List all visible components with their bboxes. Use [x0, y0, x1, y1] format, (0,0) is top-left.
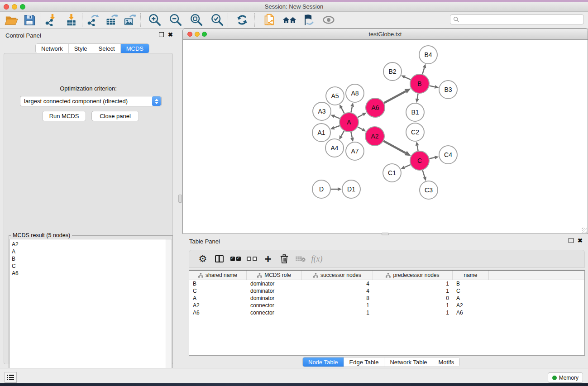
- graph-node[interactable]: C: [410, 151, 429, 170]
- graph-edge[interactable]: [330, 114, 339, 118]
- tab-mcds[interactable]: MCDS: [121, 44, 149, 53]
- go-home-icon[interactable]: [282, 13, 297, 27]
- search-field[interactable]: [450, 14, 584, 24]
- zoom-out-icon[interactable]: [168, 13, 183, 27]
- criterion-dropdown[interactable]: largest connected component (directed): [20, 96, 162, 106]
- graph-node[interactable]: A8: [346, 84, 364, 102]
- delete-row-trash-icon[interactable]: [276, 251, 292, 267]
- table-row[interactable]: A6connector11A6: [189, 309, 584, 316]
- graph-node[interactable]: C3: [420, 181, 438, 199]
- mcds-result-scrollbar[interactable]: [166, 239, 172, 385]
- table-row[interactable]: A2connector11A2: [189, 302, 584, 309]
- table-row[interactable]: Bdominator41B: [189, 280, 584, 287]
- graph-edge[interactable]: [339, 105, 344, 114]
- tab-select[interactable]: Select: [93, 44, 121, 53]
- graph-node[interactable]: C2: [406, 123, 424, 141]
- task-history-button[interactable]: [5, 372, 17, 383]
- list-item[interactable]: A2: [12, 241, 164, 248]
- export-image-icon[interactable]: [122, 13, 138, 27]
- close-panel-icon[interactable]: ✖: [168, 32, 173, 37]
- graph-node[interactable]: D1: [342, 180, 360, 198]
- graph-edge[interactable]: [331, 187, 342, 191]
- select-all-icon[interactable]: [227, 251, 244, 267]
- graph-edge[interactable]: [430, 85, 439, 89]
- column-header-shared-name[interactable]: shared name: [189, 271, 247, 280]
- tab-motifs[interactable]: Motifs: [433, 357, 460, 367]
- column-header-successor-nodes[interactable]: successor nodes: [302, 271, 373, 280]
- graph-node[interactable]: B: [410, 74, 429, 93]
- table-row[interactable]: Adominator80A: [189, 295, 584, 302]
- graph-edge[interactable]: [383, 141, 411, 156]
- tab-network-table[interactable]: Network Table: [384, 357, 433, 367]
- resize-grip-icon[interactable]: [582, 228, 587, 233]
- export-network-icon[interactable]: [85, 13, 100, 27]
- import-network-icon[interactable]: [43, 13, 58, 27]
- show-column-icon[interactable]: [211, 251, 227, 267]
- graph-node[interactable]: B1: [406, 103, 424, 121]
- export-table-icon[interactable]: [104, 13, 120, 27]
- graph-edge[interactable]: [384, 88, 411, 103]
- graph-node[interactable]: A1: [312, 124, 330, 142]
- list-item[interactable]: C: [12, 262, 164, 270]
- open-folder-icon[interactable]: [4, 13, 19, 27]
- float-panel-icon[interactable]: [159, 32, 164, 37]
- graph-edge[interactable]: [422, 170, 426, 181]
- graph-node[interactable]: D: [312, 180, 330, 198]
- graph-edge[interactable]: [339, 131, 344, 140]
- network-canvas[interactable]: B4B2BB3B1A5A8A6A3AA1A2C2A4A7C4CC1C3DD1: [183, 40, 588, 234]
- zoom-fit-icon[interactable]: [189, 13, 204, 27]
- tab-node-table[interactable]: Node Table: [303, 357, 344, 367]
- add-row-icon[interactable]: +: [260, 251, 276, 267]
- mcds-result-list[interactable]: A2ABCA6: [10, 239, 172, 385]
- list-item[interactable]: B: [12, 255, 164, 262]
- graph-edge[interactable]: [401, 165, 411, 169]
- graph-edge[interactable]: [416, 94, 419, 103]
- close-panel-button[interactable]: Close panel: [91, 111, 139, 121]
- graph-node[interactable]: C1: [383, 164, 401, 182]
- float-table-panel-icon[interactable]: [569, 238, 574, 243]
- list-item[interactable]: A6: [12, 270, 164, 277]
- graph-node[interactable]: A: [339, 113, 359, 132]
- column-header-name[interactable]: name: [453, 271, 489, 280]
- tab-edge-table[interactable]: Edge Table: [344, 357, 385, 367]
- vertical-splitter-grip[interactable]: [178, 195, 182, 203]
- share-document-icon[interactable]: [262, 13, 277, 27]
- column-header-MCDS-role[interactable]: MCDS role: [247, 271, 302, 280]
- table-options-gear-icon[interactable]: ⚙: [195, 251, 211, 267]
- graph-edge[interactable]: [350, 103, 354, 113]
- graph-edge[interactable]: [430, 156, 439, 159]
- memory-button[interactable]: Memory: [548, 372, 583, 383]
- save-session-icon[interactable]: [22, 13, 37, 27]
- graph-node[interactable]: A7: [346, 142, 364, 160]
- graph-node[interactable]: A3: [313, 102, 331, 120]
- import-table-icon[interactable]: [64, 13, 79, 27]
- zoom-selected-icon[interactable]: [210, 13, 225, 27]
- graph-edge[interactable]: [358, 127, 366, 132]
- graph-edge[interactable]: [330, 126, 340, 129]
- graph-node[interactable]: A6: [366, 98, 385, 117]
- eye-icon[interactable]: [321, 13, 336, 27]
- graph-node[interactable]: A5: [326, 87, 344, 105]
- graph-node[interactable]: C4: [439, 146, 457, 164]
- graph-node[interactable]: B2: [383, 62, 402, 81]
- graph-edge[interactable]: [416, 142, 419, 151]
- graph-node[interactable]: A2: [365, 127, 384, 146]
- graph-edge[interactable]: [350, 132, 354, 142]
- graph-node[interactable]: B4: [419, 46, 437, 64]
- list-item[interactable]: A: [12, 248, 164, 255]
- tab-network[interactable]: Network: [36, 44, 69, 53]
- tab-style[interactable]: Style: [69, 44, 93, 53]
- column-header-predecessor-nodes[interactable]: predecessor nodes: [373, 271, 453, 280]
- refresh-icon[interactable]: [234, 13, 250, 27]
- run-mcds-button[interactable]: Run MCDS: [42, 111, 86, 121]
- graph-edge[interactable]: [422, 64, 426, 74]
- graph-edge[interactable]: [358, 113, 366, 118]
- graph-edge[interactable]: [401, 76, 411, 80]
- zoom-in-icon[interactable]: [147, 13, 163, 27]
- hide-graphics-details-icon[interactable]: [301, 13, 316, 27]
- deselect-all-icon[interactable]: [244, 251, 260, 267]
- close-table-panel-icon[interactable]: ✖: [578, 238, 583, 243]
- table-row[interactable]: Cdominator41C: [189, 287, 584, 295]
- graph-node[interactable]: A4: [325, 139, 344, 157]
- graph-node[interactable]: B3: [439, 81, 457, 99]
